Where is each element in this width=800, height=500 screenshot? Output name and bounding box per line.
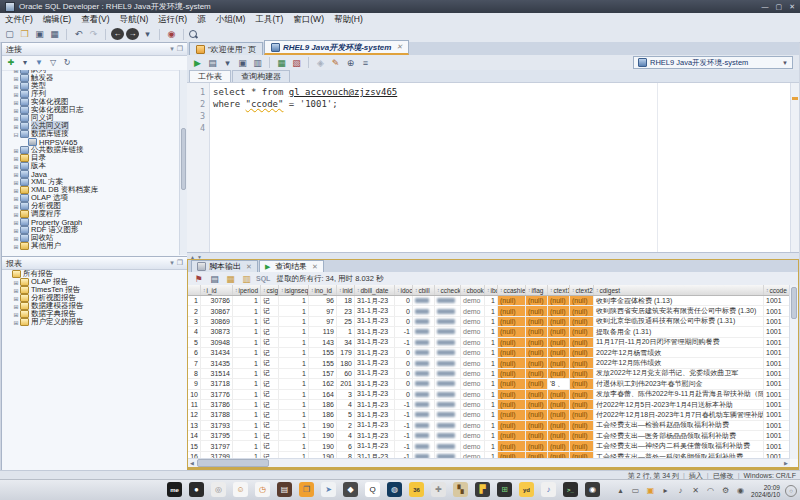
menu-item[interactable]: 源 [192,13,211,26]
cell[interactable]: 1 [279,421,309,430]
column-header[interactable]: ↕ccheck [435,285,461,295]
cell[interactable]: 31-1月-23 [355,296,395,305]
cell[interactable]: (null) [498,306,526,315]
cell[interactable]: (null) [548,306,570,315]
table-row[interactable]: 2308671记1972331-1月-230demo1(null)(null)(… [188,306,790,316]
cell[interactable]: 1001 [764,317,790,326]
app-knot-icon[interactable]: ✚ [431,482,446,497]
redo-icon[interactable]: ↷ [87,28,100,40]
cell[interactable]: 付2022年12月5日-2023年1月4日送标本补助 [594,400,764,409]
cell[interactable] [413,317,435,326]
cell[interactable]: (null) [570,317,594,326]
cell[interactable]: 1 [485,338,498,347]
cell[interactable]: (null) [570,358,594,367]
tray-camera-icon[interactable]: ◉ [735,485,746,496]
cell[interactable]: (null) [548,410,570,419]
app-card-icon[interactable]: ▤ [277,482,292,497]
expand-icon[interactable]: ⊞ [12,99,20,106]
print-icon[interactable]: ▤ [208,273,221,285]
cell[interactable]: (null) [548,317,570,326]
column-header[interactable]: ↕ino_id [309,285,337,295]
cell[interactable]: (null) [498,431,526,440]
table-row[interactable]: 6314341记115517931-1月-230demo1(null)(null… [188,348,790,358]
add-connection-icon[interactable]: ✚ [6,57,16,69]
expand-icon[interactable]: ⊞ [12,70,20,74]
expand-icon[interactable]: ⊞ [12,211,20,218]
cell[interactable]: 0 [395,348,413,357]
cell[interactable]: 1 [233,441,261,450]
cell[interactable]: 31793 [201,421,233,430]
cell[interactable]: (null) [548,390,570,399]
cell[interactable]: 201 [337,379,355,388]
cell[interactable]: 发放2022年12月党支部书记、党委绩效曲卫军 [594,369,764,378]
cell[interactable]: 1 [279,358,309,367]
connections-tree-item[interactable]: ⊞回收站 [2,234,180,242]
table-row[interactable]: 10317761记1164331-1月-230demo1(null)(null)… [188,390,790,400]
expand-icon[interactable]: ⊞ [12,91,20,98]
cell[interactable]: demo [461,400,485,409]
connections-tree-item[interactable]: ⊞OLAP 选项 [2,194,180,202]
expand-icon[interactable]: ⊞ [12,195,20,202]
cell[interactable]: (null) [548,296,570,305]
cell[interactable]: 0 [395,390,413,399]
maximize-button[interactable]: ▢ [776,3,783,11]
cell[interactable]: 收到陕西省安居建筑安装有限责任公司中标费 (1.30) [594,306,764,315]
cell[interactable]: 31776 [201,390,233,399]
cell[interactable] [413,400,435,409]
cell[interactable]: 31-1月-23 [355,400,395,409]
cell[interactable]: (null) [526,327,548,336]
cell[interactable]: 记 [261,369,279,378]
grid-actions-icon[interactable]: ▦ [224,273,237,285]
tray-input-method-icon[interactable]: ✕ [690,485,701,496]
cell[interactable]: 1001 [764,390,790,399]
cell[interactable]: (null) [526,296,548,305]
app-yd-icon[interactable]: yd [519,482,534,497]
cell[interactable]: 30867 [201,306,233,315]
cell[interactable]: 1 [279,306,309,315]
cell[interactable]: 记 [261,296,279,305]
cell[interactable]: 30869 [201,317,233,326]
cell[interactable]: -1 [395,410,413,419]
cell[interactable]: 1 [279,369,309,378]
cell[interactable]: 2 [188,306,201,315]
document-tab-active[interactable]: RHEL9 Java开发环境-system✕ [264,40,409,55]
cell[interactable]: 0 [395,296,413,305]
cell[interactable]: 1 [485,431,498,440]
cell[interactable]: 记 [261,379,279,388]
cell[interactable]: 0 [395,306,413,315]
column-header[interactable]: ↕ibook [485,285,498,295]
cell[interactable]: 2022年12月陈伟绩效 [594,358,764,367]
table-row[interactable]: 4308731记1119131-1月-23-1demo1(null)(null)… [188,327,790,337]
cell[interactable]: 30786 [201,296,233,305]
reports-tree-item[interactable]: ⊞数据建模器报告 [2,302,180,310]
cell[interactable]: 记 [261,317,279,326]
cell[interactable]: (null) [548,327,570,336]
cell[interactable]: 1 [485,410,498,419]
results-tab-tab[interactable]: 脚本输出✕ [191,260,258,272]
cell[interactable]: demo [461,441,485,450]
expand-icon[interactable]: ⊞ [12,75,20,82]
reports-tree-item[interactable]: 所有报告 [2,270,180,278]
close-button[interactable]: ✕ [789,3,795,11]
cell[interactable]: demo [461,379,485,388]
cell[interactable] [435,317,461,326]
column-header[interactable]: ↕i_id [201,285,233,295]
cell[interactable]: (null) [498,296,526,305]
connections-tree-item[interactable]: ⊞类型 [2,82,180,90]
connections-tree-item[interactable]: ⊞Java [2,170,180,178]
cell[interactable]: (null) [498,441,526,450]
cell[interactable]: 3 [337,390,355,399]
cell[interactable]: 190 [309,441,337,450]
app-grid-icon[interactable]: ⊞ [497,482,512,497]
menu-item[interactable]: 帮助(H) [329,13,368,26]
scroll-right-icon[interactable]: ▶ [782,460,790,466]
menu-item[interactable]: 小组(M) [211,13,251,26]
cell[interactable]: 1 [279,431,309,440]
cell[interactable]: (null) [548,421,570,430]
start-button[interactable] [145,482,160,497]
cell[interactable]: 1 [233,379,261,388]
cell[interactable]: demo [461,410,485,419]
cell[interactable]: 31-1月-23 [355,431,395,440]
cell[interactable]: 收到北京华临投通科技有限公司中标费 (1.31) [594,317,764,326]
cell[interactable]: demo [461,431,485,440]
